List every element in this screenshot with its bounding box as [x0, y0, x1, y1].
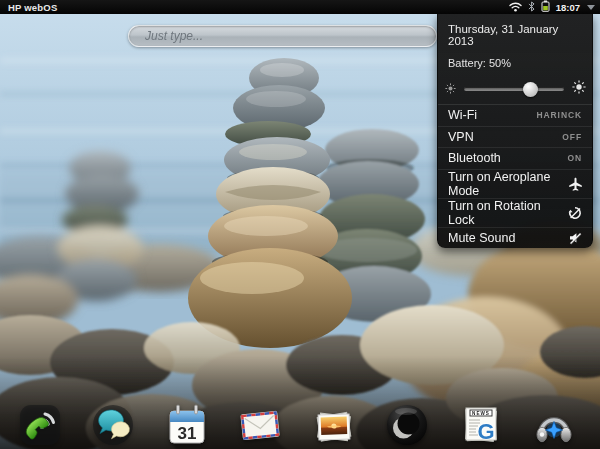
email-app-icon[interactable]: [237, 402, 283, 448]
status-menu-button[interactable]: 18:07: [509, 0, 600, 14]
brightness-knob[interactable]: [523, 82, 538, 97]
menu-item-vpn[interactable]: VPN OFF: [438, 126, 592, 148]
quick-launch-dock: 31: [0, 401, 600, 449]
brightness-track[interactable]: [464, 87, 564, 91]
wifi-icon: [509, 0, 522, 16]
mute-speaker-icon: [568, 231, 582, 245]
menu-item-rotation-lock[interactable]: Turn on Rotation Lock: [438, 198, 592, 227]
brightness-high-icon: [572, 80, 586, 98]
rotation-lock-label: Turn on Rotation Lock: [448, 199, 568, 227]
vpn-value: OFF: [562, 132, 582, 142]
bluetooth-icon: [528, 0, 535, 16]
calendar-app-icon[interactable]: 31: [164, 402, 210, 448]
webos-screen: HP webOS 18:07: [0, 0, 600, 449]
battery-status-label: Battery: 50%: [438, 52, 592, 74]
wifi-label: Wi-Fi: [448, 108, 477, 122]
bluetooth-label: Bluetooth: [448, 151, 501, 165]
vpn-label: VPN: [448, 130, 474, 144]
mute-sound-label: Mute Sound: [448, 231, 515, 245]
bluetooth-value: ON: [567, 153, 582, 163]
system-menu-list: Wi-Fi HARINCK VPN OFF Bluetooth ON Turn …: [438, 104, 592, 248]
phone-app-icon[interactable]: [17, 402, 63, 448]
search-input[interactable]: [128, 25, 437, 47]
system-menu-panel: Thursday, 31 January 2013 Battery: 50%: [437, 14, 593, 248]
date-label: Thursday, 31 January 2013: [438, 14, 592, 52]
just-type-search: [128, 25, 437, 47]
sphere-app-icon[interactable]: [384, 402, 430, 448]
menu-item-bluetooth[interactable]: Bluetooth ON: [438, 147, 592, 169]
brand-label: HP webOS: [0, 2, 57, 13]
photos-app-icon[interactable]: [311, 402, 357, 448]
menu-item-mute-sound[interactable]: Mute Sound: [438, 227, 592, 249]
news-banner-label: NEWS: [472, 411, 490, 416]
battery-icon: [541, 0, 550, 16]
brightness-low-icon: [445, 80, 456, 98]
status-bar: HP webOS 18:07: [0, 0, 600, 14]
clock-label: 18:07: [556, 2, 580, 13]
chevron-down-icon: [587, 5, 595, 10]
aeroplane-label: Turn on Aeroplane Mode: [448, 170, 569, 198]
news-app-icon[interactable]: NEWS G: [458, 402, 504, 448]
brightness-slider: [438, 74, 592, 104]
airplane-icon: [569, 177, 582, 191]
music-app-icon[interactable]: [531, 402, 577, 448]
menu-item-wifi[interactable]: Wi-Fi HARINCK: [438, 105, 592, 126]
wifi-value: HARINCK: [537, 110, 583, 120]
news-g-letter: G: [477, 419, 494, 444]
messaging-app-icon[interactable]: [90, 402, 136, 448]
menu-item-aeroplane-mode[interactable]: Turn on Aeroplane Mode: [438, 169, 592, 198]
rotation-lock-icon: [568, 206, 582, 220]
calendar-day-label: 31: [178, 424, 197, 443]
